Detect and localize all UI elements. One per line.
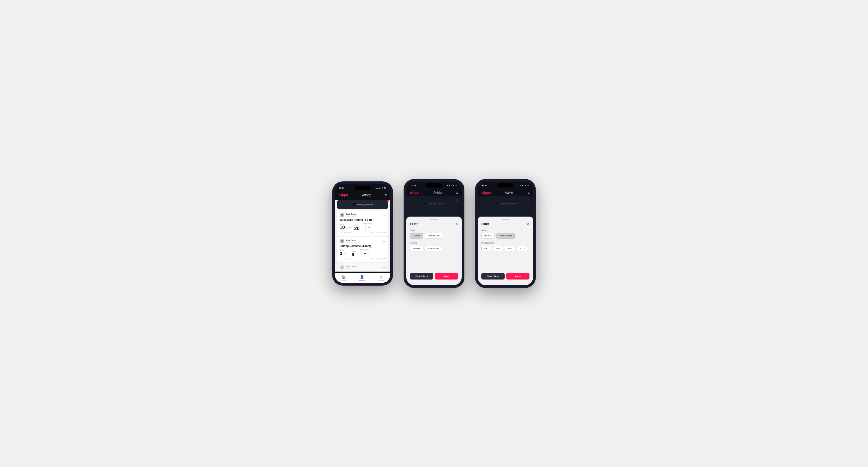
status-icons-1: ▲▲▲ ▼ 51 xyxy=(375,187,386,189)
filter-title-2: Filter xyxy=(410,222,417,226)
clear-filters-btn-3[interactable]: Clear Filters xyxy=(481,273,505,280)
status-bar-2: 11:33 ▲▲▲ ▼ 51 xyxy=(406,182,462,189)
rounds-btn-3[interactable]: Rounds xyxy=(481,233,495,239)
app-btn[interactable]: APP xyxy=(493,246,503,251)
viewing-banner-1[interactable]: ⚙ Viewing Activities xyxy=(337,200,388,209)
shot-quality-1: 75 xyxy=(366,224,372,231)
activity-card-2[interactable]: 👤 Josh Coles 28 Feb 2023 ••• Putting Com… xyxy=(337,237,388,262)
practice-round-btn[interactable]: Practice xyxy=(410,246,424,251)
filter-icon-2: ⚙ xyxy=(424,201,427,206)
close-filter-3[interactable]: ✕ xyxy=(527,222,529,226)
activity-title-2: Putting Combine (3-15 ft) xyxy=(340,245,385,248)
viewing-banner-3-dim: ⚙ Viewing Activities xyxy=(482,199,529,208)
shots-value-1: 20 xyxy=(354,226,360,231)
phone-2: 11:33 ▲▲▲ ▼ 51 clippd Activity ≡ ⚙ Viewi… xyxy=(404,179,464,288)
close-filter-2[interactable]: ✕ xyxy=(456,222,458,226)
app-header-2: clippd Activity ≡ xyxy=(406,189,462,196)
signal-icon: ▲▲▲ xyxy=(375,187,380,189)
sheet-handle-3 xyxy=(501,219,509,220)
arg-btn[interactable]: ARG xyxy=(505,246,515,251)
logo-3: clippd xyxy=(481,191,491,195)
apply-btn-2[interactable]: Apply xyxy=(435,273,458,280)
nav-capture-label: Capture xyxy=(378,280,384,281)
activity-title-1: Must Make Putting (3-6 ft) xyxy=(340,218,385,221)
data-source-1: Data: Clippd Capture xyxy=(371,232,385,234)
shots-value-2: 9 xyxy=(352,252,356,257)
shot-quality-2: 45 xyxy=(362,250,368,257)
rounds-section-label-2: Rounds xyxy=(410,242,458,244)
menu-icon-2[interactable]: ≡ xyxy=(456,191,458,195)
info-text-1: ℹ Test Information xyxy=(340,232,352,234)
wifi-icon: ▼ xyxy=(381,187,383,189)
status-icons-3: ▲▲▲ ▼ 51 xyxy=(518,185,529,186)
filter-actions-2: Clear Filters Apply xyxy=(409,269,459,281)
more-menu-1[interactable]: ••• xyxy=(383,214,385,217)
nav-home-label: Home xyxy=(341,280,346,281)
phone-3: 11:33 ▲▲▲ ▼ 51 clippd Activity ≡ ⚙ Viewi… xyxy=(475,179,536,288)
notification-dot-2 xyxy=(456,199,458,201)
dimmed-background-2: ⚙ Viewing Activities xyxy=(406,196,462,217)
round-buttons-2: Practice Tournament xyxy=(409,246,459,253)
viewing-banner-2-dim: ⚙ Viewing Activities xyxy=(410,199,458,208)
ott-btn[interactable]: OTT xyxy=(481,246,491,251)
show-label-2: Show xyxy=(410,229,458,231)
header-title-2: Activity xyxy=(433,191,442,194)
nav-home[interactable]: 🏠 Home xyxy=(341,275,346,281)
battery-icon-2: 51 xyxy=(456,185,458,186)
nav-activities[interactable]: 👤 Activities xyxy=(359,275,365,281)
header-title-3: Activity xyxy=(505,191,513,194)
capture-icon: ⊕ xyxy=(379,275,383,279)
practice-drills-btn-3[interactable]: Practice Drills xyxy=(496,233,515,239)
time-1: 11:33 xyxy=(339,187,344,189)
filter-icon-3: ⚙ xyxy=(495,201,499,206)
activity-card-3-partial: 👤 Josh Coles 28 Feb 2023 ••• xyxy=(337,263,388,272)
user-info-1: 👤 Josh Coles 28 Feb 2023 xyxy=(340,213,356,217)
status-bar-1: 11:33 ▲▲▲ ▼ 51 xyxy=(335,184,390,191)
sheet-handle-2 xyxy=(430,219,438,220)
clear-filters-btn-2[interactable]: Clear Filters xyxy=(410,273,433,280)
show-buttons-3: Rounds Practice Drills xyxy=(480,233,530,241)
more-menu-2[interactable]: ••• xyxy=(383,240,385,243)
user-info-2: 👤 Josh Coles 28 Feb 2023 xyxy=(340,239,356,244)
filter-icon-1: ⚙ xyxy=(352,202,356,207)
menu-icon-3[interactable]: ≡ xyxy=(528,191,529,195)
battery-icon-3: 51 xyxy=(527,185,529,186)
notification-dot-3 xyxy=(527,199,529,201)
time-2: 11:33 xyxy=(410,184,416,187)
logo-1: clippd xyxy=(339,193,348,197)
header-title-1: Activity xyxy=(362,193,371,196)
activities-icon: 👤 xyxy=(360,275,364,279)
user-name-2: Josh Coles xyxy=(346,239,356,242)
menu-icon-1[interactable]: ≡ xyxy=(385,193,387,197)
signal-icon-3: ▲▲▲ xyxy=(518,185,523,186)
notification-dot-1 xyxy=(387,200,389,202)
tournament-btn[interactable]: Tournament xyxy=(425,246,442,251)
apply-btn-3[interactable]: Apply xyxy=(506,273,529,280)
practice-drills-section-label: Practice Drills xyxy=(481,242,529,244)
phone-1: 11:33 ▲▲▲ ▼ 51 clippd Activity ≡ ⚙ Viewi… xyxy=(332,181,393,286)
avatar-2: 👤 xyxy=(340,239,344,244)
filter-title-3: Filter xyxy=(481,222,489,226)
wifi-icon-3: ▼ xyxy=(524,185,526,186)
battery-icon: 51 xyxy=(384,187,386,189)
wifi-icon-2: ▼ xyxy=(453,185,455,186)
filter-actions-3: Clear Filters Apply xyxy=(480,269,530,281)
filter-sheet-3: Filter ✕ Show Rounds Practice Drills Pra… xyxy=(478,217,533,285)
user-date-1: 28 Feb 2023 xyxy=(346,215,356,217)
practice-drills-btn-2[interactable]: Practice Drills xyxy=(425,233,443,239)
out-of-1: OUT OF xyxy=(346,227,352,228)
score-value-2: 0 xyxy=(340,251,342,256)
avatar-1: 👤 xyxy=(340,213,344,217)
drill-buttons-3: OTT APP ARG PUTT xyxy=(480,246,530,253)
data-source-2: Data: Clippd Capture xyxy=(371,258,385,260)
status-bar-3: 11:33 ▲▲▲ ▼ 51 xyxy=(478,182,533,189)
rounds-btn-2[interactable]: Rounds xyxy=(410,233,423,239)
time-3: 11:33 xyxy=(482,184,487,187)
putt-btn[interactable]: PUTT xyxy=(517,246,528,251)
user-name-1: Josh Coles xyxy=(346,213,356,215)
nav-capture[interactable]: ⊕ Capture xyxy=(378,275,384,281)
app-header-1: clippd Activity ≡ xyxy=(335,191,390,198)
nav-activities-label: Activities xyxy=(359,280,365,281)
activity-card-1[interactable]: 👤 Josh Coles 28 Feb 2023 ••• Must Make P… xyxy=(337,211,388,236)
user-date-2: 28 Feb 2023 xyxy=(346,242,356,243)
